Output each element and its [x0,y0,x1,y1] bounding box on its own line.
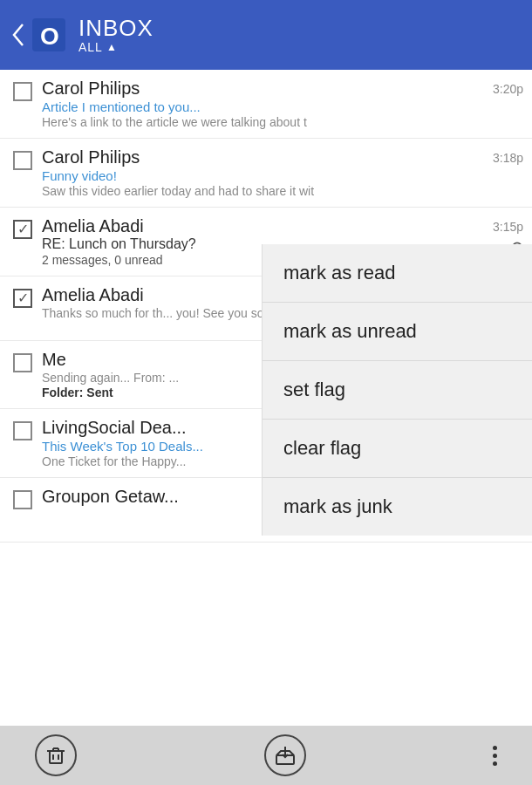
time-1: 3:20p [493,82,523,96]
email-content-1: Carol Philips Article I mentioned to you… [38,78,486,129]
email-item-1[interactable]: Carol Philips Article I mentioned to you… [0,70,532,139]
context-menu-clear-flag[interactable]: clear flag [263,420,532,478]
subject-2: Funny video! [42,168,408,183]
email-content-2: Carol Philips Funny video! Saw this vide… [38,147,486,198]
preview-2: Saw this video earlier today and had to … [42,184,408,198]
inbox-filter[interactable]: ALL [78,40,103,54]
checkbox-box-1[interactable] [13,82,32,101]
outlook-icon: O [30,16,68,54]
svg-rect-2 [50,751,62,763]
checkbox-4[interactable]: ✓ [7,285,38,308]
dot-1 [493,746,497,750]
sender-3: Amelia Abadi [42,216,408,236]
meta-2: 3:18p [486,147,523,165]
move-button[interactable] [264,734,306,776]
context-menu: mark as read mark as unread set flag cle… [262,244,532,536]
checkbox-box-5[interactable] [13,353,32,372]
context-menu-mark-read[interactable]: mark as read [263,244,532,303]
context-menu-mark-junk[interactable]: mark as junk [263,478,532,536]
context-menu-set-flag[interactable]: set flag [263,361,532,420]
delete-button[interactable] [35,734,77,776]
meta-1: 3:20p [486,78,523,96]
checkbox-7[interactable] [7,487,38,509]
trash-icon [44,744,67,767]
time-3: 3:15p [493,220,523,234]
bottom-toolbar [0,726,532,785]
context-menu-mark-unread[interactable]: mark as unread [263,303,532,361]
filter-chevron[interactable]: ▲ [106,41,117,53]
inbox-title: INBOX [78,16,153,41]
sender-2: Carol Philips [42,147,408,167]
checkbox-6[interactable] [7,418,38,440]
checkbox-box-4[interactable]: ✓ [13,289,32,308]
preview-1: Here's a link to the article we were tal… [42,115,408,129]
move-icon [274,744,297,767]
header: O INBOX ALL ▲ [0,0,532,70]
checkbox-2[interactable] [7,147,38,170]
subject-1: Article I mentioned to you... [42,99,408,114]
checkbox-box-6[interactable] [13,421,32,440]
svg-text:O: O [40,23,59,50]
dot-3 [493,761,497,766]
checkmark-3: ✓ [17,222,29,236]
checkbox-3[interactable]: ✓ [7,216,38,239]
header-titles: INBOX ALL ▲ [78,16,153,55]
back-button[interactable] [10,23,26,47]
dot-2 [493,754,497,758]
sender-1: Carol Philips [42,78,408,99]
more-button[interactable] [493,746,497,766]
checkbox-box-3[interactable]: ✓ [13,220,32,239]
checkmark-4: ✓ [17,291,29,305]
time-2: 3:18p [493,151,523,165]
checkbox-1[interactable] [7,78,38,101]
email-item-2[interactable]: Carol Philips Funny video! Saw this vide… [0,139,532,208]
checkbox-box-2[interactable] [13,151,32,170]
checkbox-5[interactable] [7,350,38,372]
checkbox-box-7[interactable] [13,490,32,509]
